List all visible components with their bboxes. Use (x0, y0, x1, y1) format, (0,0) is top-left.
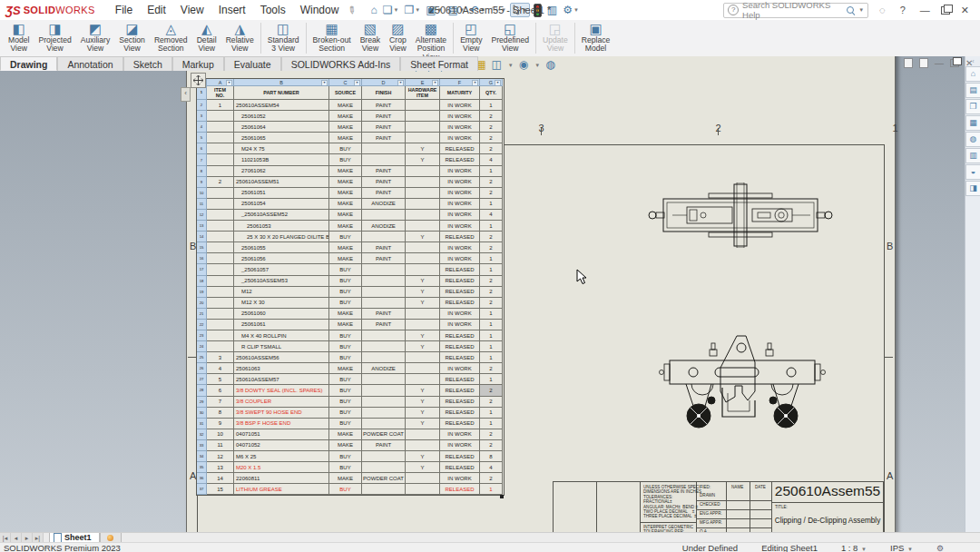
bom-cell[interactable]: BUY (329, 484, 362, 495)
bom-cell[interactable] (362, 484, 406, 495)
bom-cell[interactable] (406, 188, 440, 199)
bom-cell[interactable]: 2 (480, 397, 503, 408)
bom-cell[interactable] (207, 154, 234, 165)
select-cursor-button[interactable]: ▼ (510, 3, 530, 17)
bom-cell[interactable]: PAINT (362, 166, 406, 177)
bom-header-cell[interactable]: PART NUMBER (234, 86, 329, 100)
ribbon-empty-view-button[interactable]: ◰Empty View (456, 20, 486, 56)
bom-cell[interactable]: 25061064 (234, 122, 329, 133)
bom-cell[interactable] (362, 374, 406, 385)
bom-cell[interactable]: 27061062 (234, 166, 329, 177)
bom-cell[interactable]: IN WORK (440, 440, 480, 451)
ribbon-section-view-button[interactable]: ◪Section View (114, 20, 150, 56)
bom-cell[interactable]: MAKE (329, 122, 362, 133)
tab-drawing[interactable]: Drawing (0, 56, 57, 71)
bom-cell[interactable]: 1 (480, 199, 503, 210)
bom-cell[interactable]: IN WORK (440, 133, 480, 143)
bom-cell[interactable]: IN WORK (440, 253, 480, 264)
bom-cell[interactable]: PAINT (362, 253, 406, 264)
filter-dropdown-icon[interactable]: ▾ (495, 80, 501, 86)
bom-cell[interactable] (207, 341, 234, 352)
bom-cell[interactable]: 2 (207, 177, 234, 188)
bom-cell[interactable]: 3/8 BSP F HOSE END (234, 419, 329, 429)
bom-cell[interactable]: 2 (480, 298, 503, 309)
bom-cell[interactable] (406, 309, 440, 320)
bom-cell[interactable]: 10 (207, 429, 234, 440)
bom-cell[interactable] (362, 397, 406, 408)
bom-cell[interactable] (406, 440, 440, 451)
bom-cell[interactable]: BUY (329, 341, 362, 352)
bom-cell[interactable]: MAKE (329, 440, 362, 451)
bom-cell[interactable] (207, 122, 234, 133)
bom-cell[interactable]: 3/8 COUPLER (234, 397, 329, 408)
bom-cell[interactable]: RELEASED (440, 154, 480, 165)
bom-cell[interactable]: IN WORK (440, 100, 480, 111)
ribbon-predefined-view-button[interactable]: ◱Predefined View (487, 20, 534, 56)
bom-header-cell[interactable]: FINISH (362, 86, 406, 100)
close-button[interactable]: ✕ (957, 5, 973, 16)
chevron-down-icon[interactable]: ▼ (394, 7, 399, 13)
ribbon-projected-view-button[interactable]: ◨Projected View (34, 20, 75, 56)
menu-window[interactable]: Window (300, 4, 339, 16)
bom-cell[interactable]: 25061051 (234, 188, 329, 199)
bom-cell[interactable] (362, 287, 406, 298)
bom-cell[interactable]: Y (406, 385, 440, 396)
bom-cell[interactable]: Y (406, 451, 440, 462)
bom-cell[interactable]: POWDER COAT (362, 473, 406, 484)
unit-system[interactable]: IPS ▼ (890, 543, 913, 552)
bom-cell[interactable]: MAKE (329, 100, 362, 111)
bom-cell[interactable]: RELEASED (440, 287, 480, 298)
bom-header-cell[interactable]: QTY. (480, 86, 503, 100)
bom-cell[interactable] (362, 154, 406, 165)
bom-cell[interactable]: 2 (480, 242, 503, 253)
bom-cell[interactable]: MAKE (329, 177, 362, 188)
bom-cell[interactable]: Y (406, 143, 440, 154)
bom-cell[interactable] (207, 253, 234, 264)
bom-column-letter[interactable]: A▾ (207, 79, 234, 86)
bom-cell[interactable]: BUY (329, 232, 362, 242)
bom-cell[interactable]: 25061060 (234, 309, 329, 320)
bom-cell[interactable] (207, 242, 234, 253)
doc-close-button[interactable]: ✕ (965, 58, 973, 68)
help-icon[interactable]: ? (897, 5, 909, 15)
bom-cell[interactable]: M6 X 25 (234, 451, 329, 462)
bom-cell[interactable]: RELEASED (440, 330, 480, 341)
ribbon-replace-model-button[interactable]: ▣Replace Model (577, 20, 615, 56)
bom-cell[interactable]: 2 (480, 133, 503, 143)
user-account-icon[interactable]: ◌ (876, 5, 889, 15)
bom-cell[interactable]: RELEASED (440, 397, 480, 408)
bom-cell[interactable] (406, 429, 440, 440)
bom-cell[interactable]: 2 (480, 122, 503, 133)
bom-cell[interactable] (362, 298, 406, 309)
bom-cell[interactable]: 250610ASSEM51 (234, 177, 329, 188)
bom-cell[interactable] (207, 199, 234, 210)
chevron-down-icon[interactable]: ▼ (415, 7, 420, 13)
bom-cell[interactable] (406, 100, 440, 111)
bom-cell[interactable] (362, 419, 406, 429)
bom-cell[interactable]: Y (406, 341, 440, 352)
search-input[interactable]: ? Search SOLIDWORKS Help ▼ (723, 3, 868, 18)
bom-cell[interactable]: IN WORK (440, 166, 480, 177)
bom-cell[interactable]: RELEASED (440, 298, 480, 309)
file-properties-button[interactable]: ▥ (545, 4, 559, 16)
bom-cell[interactable]: Y (406, 462, 440, 473)
options-gear-button[interactable]: ⚙▼ (561, 4, 581, 16)
print-button[interactable]: ▤▼ (446, 4, 466, 16)
bom-cell[interactable]: Y (406, 276, 440, 287)
bom-cell[interactable]: 3/8 DOWTY SEAL (INCL. SPARES) (234, 385, 329, 396)
bom-cell[interactable] (362, 232, 406, 242)
bom-cell[interactable]: PAINT (362, 320, 406, 330)
bom-cell[interactable]: BUY (329, 385, 362, 396)
bom-cell[interactable]: IN WORK (440, 429, 480, 440)
bom-cell[interactable]: RELEASED (440, 264, 480, 275)
chevron-down-icon[interactable]: ▼ (480, 7, 485, 13)
tab-sheet-format[interactable]: Sheet Format (400, 56, 478, 71)
bom-cell[interactable]: RELEASED (440, 385, 480, 396)
bom-cell[interactable]: 1 (480, 166, 503, 177)
bom-cell[interactable]: 7 (207, 397, 234, 408)
bom-cell[interactable]: MAKE (329, 242, 362, 253)
bom-cell[interactable] (207, 221, 234, 232)
filter-dropdown-icon[interactable]: ▾ (321, 80, 328, 86)
bom-cell[interactable] (362, 210, 406, 221)
bom-cell[interactable] (406, 374, 440, 385)
